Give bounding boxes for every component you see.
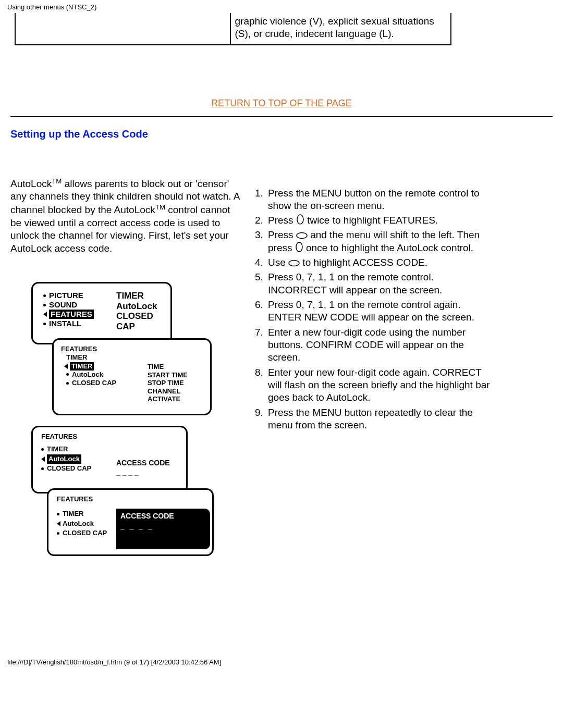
svg-point-1 <box>297 233 307 239</box>
section-title: Setting up the Access Code <box>10 128 563 140</box>
osd-closedcap: CLOSED CAP <box>63 528 107 538</box>
rating-table: graphic violence (V), explicit sexual si… <box>15 13 451 45</box>
step-2: Press twice to highlight FEATURES. <box>266 214 490 227</box>
osd-dashes-inv: _ _ _ _ <box>120 522 206 532</box>
osd-timer: TIMER <box>66 353 205 362</box>
osd-start-time: START TIME <box>148 371 188 379</box>
osd-timer: TIMER <box>63 509 83 519</box>
osd-autolock: AutoLock <box>63 519 94 529</box>
return-to-top-link[interactable]: RETURN TO TOP OF THE PAGE <box>211 98 352 108</box>
step-2b: twice to highlight FEATURES. <box>304 215 438 226</box>
step-4b: to highlight ACCESS CODE. <box>300 257 427 268</box>
osd-closedcap: CLOSED CAP <box>72 379 116 387</box>
step-9: Press the MENU button repeatedly to clea… <box>266 406 490 432</box>
step-5: Press 0, 7, 1, 1 on the remote control. … <box>266 271 490 297</box>
osd-features-menu: FEATURES TIMER TIMER AutoLock CLOSED CAP… <box>52 338 212 415</box>
osd-inverse-block: ACCESS CODE _ _ _ _ <box>116 509 210 549</box>
osd-main-menu: PICTURE SOUND FEATURES INSTALL TIMER Aut… <box>31 282 172 344</box>
osd-picture: PICTURE <box>49 291 83 300</box>
osd-timer: TIMER <box>47 445 68 454</box>
osd-access-code-inv: ACCESS CODE <box>120 512 206 521</box>
step-3c: once to highlight the AutoLock control. <box>303 242 473 253</box>
step-2a: Press <box>268 215 296 226</box>
step-3: Press and the menu will shift to the lef… <box>266 229 490 254</box>
arrow-icon <box>43 312 47 317</box>
step-4: Use to highlight ACCESS CODE. <box>266 256 490 269</box>
osd-timer-hl: TIMER <box>70 362 94 371</box>
down-oval-icon <box>296 214 304 225</box>
osd-stop-time: STOP TIME <box>148 379 188 387</box>
page-footer: file:///D|/TV/english/180mt/osd/n_f.htm … <box>0 561 563 669</box>
rating-right-cell: graphic violence (V), explicit sexual si… <box>230 13 451 45</box>
right-oval-icon <box>296 232 308 239</box>
step-7: Enter a new four-digit code using the nu… <box>266 326 490 364</box>
osd-install: INSTALL <box>49 319 81 328</box>
osd-autolock-menu: FEATURES TIMER AutoLock CLOSED CAP ACCES… <box>31 426 188 493</box>
osd-access-code: ACCESS CODE <box>116 459 170 468</box>
osd-features-hdr: FEATURES <box>57 495 207 504</box>
osd-features-hdr: FEATURES <box>61 345 205 353</box>
down-oval-icon <box>295 242 303 252</box>
osd-timer: TIMER <box>116 291 170 301</box>
intro-text-1: AutoLock <box>10 178 52 189</box>
osd-autolock-hl: AutoLock <box>47 454 81 464</box>
osd-closedcap: CLOSED CAP <box>116 311 170 331</box>
step-1: Press the MENU button on the remote cont… <box>266 187 490 213</box>
osd-activate: ACTIVATE <box>148 395 188 403</box>
rating-left-cell <box>15 13 230 45</box>
svg-point-2 <box>296 242 302 252</box>
osd-features-hdr: FEATURES <box>41 433 181 441</box>
osd-dashes: _ _ _ _ <box>116 468 170 477</box>
arrow-icon <box>64 364 68 369</box>
right-oval-icon <box>288 260 300 267</box>
step-4a: Use <box>268 257 288 268</box>
osd-channel: CHANNEL <box>148 387 188 396</box>
intro-column: AutoLockTM allows parents to block out o… <box>10 177 240 562</box>
tm-mark: TM <box>52 177 62 185</box>
page-header: Using other menus (NTSC_2) <box>0 0 563 13</box>
steps-list: Press the MENU button on the remote cont… <box>250 187 490 432</box>
osd-illustration: PICTURE SOUND FEATURES INSTALL TIMER Aut… <box>31 282 219 561</box>
osd-closedcap: CLOSED CAP <box>47 464 91 474</box>
osd-autolock: AutoLock <box>116 301 170 312</box>
step-3a: Press <box>268 229 296 240</box>
svg-point-3 <box>289 261 299 266</box>
svg-point-0 <box>297 215 303 224</box>
osd-features-hl: FEATURES <box>49 310 94 319</box>
step-6: Press 0, 7, 1, 1 on the remote control a… <box>266 299 490 324</box>
osd-time: TIME <box>148 363 188 371</box>
divider <box>10 116 553 117</box>
step-8: Enter your new four-digit code again. CO… <box>266 366 490 404</box>
osd-sound: SOUND <box>49 300 77 310</box>
osd-access-code-menu: FEATURES TIMER AutoLock CLOSED CAP ACCES… <box>47 488 214 556</box>
arrow-icon <box>57 521 60 526</box>
steps-column: Press the MENU button on the remote cont… <box>250 177 490 434</box>
arrow-icon <box>41 456 45 462</box>
osd-autolock: AutoLock <box>72 371 103 379</box>
tm-mark: TM <box>155 203 165 211</box>
